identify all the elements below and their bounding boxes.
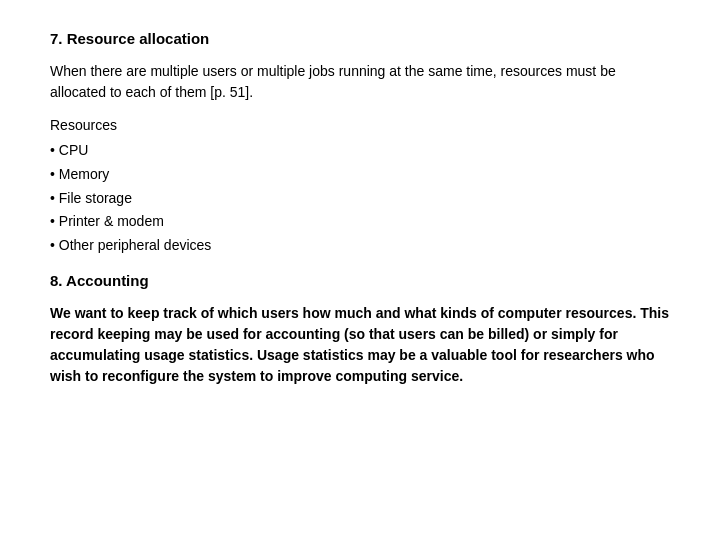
list-item-other-peripheral: Other peripheral devices: [50, 234, 670, 258]
resources-label: Resources: [50, 117, 670, 133]
section2-body: We want to keep track of which users how…: [50, 303, 670, 387]
list-item-memory: Memory: [50, 163, 670, 187]
section1-title: 7. Resource allocation: [50, 30, 670, 47]
list-item-printer-modem: Printer & modem: [50, 210, 670, 234]
list-item-cpu: CPU: [50, 139, 670, 163]
section1-intro: When there are multiple users or multipl…: [50, 61, 670, 103]
resources-list: CPU Memory File storage Printer & modem …: [50, 139, 670, 258]
section2-title: 8. Accounting: [50, 272, 670, 289]
list-item-file-storage: File storage: [50, 187, 670, 211]
page-container: 7. Resource allocation When there are mu…: [0, 0, 720, 540]
